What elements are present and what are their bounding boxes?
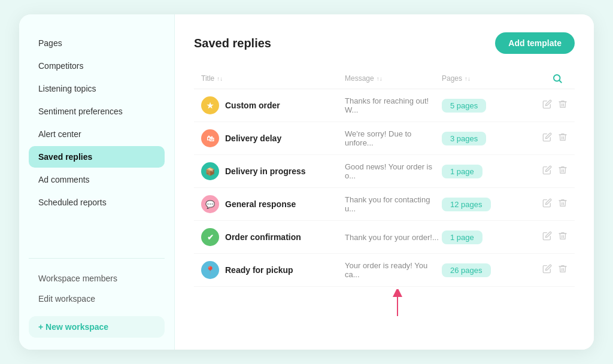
row-actions-general-response xyxy=(526,198,568,210)
sidebar-item-ad-comments[interactable]: Ad comments xyxy=(29,169,165,190)
row-icon-delivery-delay: 🛍 xyxy=(201,129,219,147)
sidebar: PagesCompetitorsListening topicsSentimen… xyxy=(19,14,175,350)
table-row: ✔ Order confirmation Thank you for your … xyxy=(194,221,575,254)
column-message-label: Message xyxy=(345,74,374,83)
new-workspace-button[interactable]: + New workspace xyxy=(29,316,165,338)
svg-line-1 xyxy=(559,80,561,82)
page-title: Saved replies xyxy=(194,37,271,50)
title-sort-icon[interactable]: ↑↓ xyxy=(217,75,223,82)
edit-icon-ready-for-pickup[interactable] xyxy=(542,264,552,276)
sidebar-item-scheduled-reports[interactable]: Scheduled reports xyxy=(29,192,165,213)
row-actions-order-confirmation xyxy=(526,231,568,243)
row-message-custom-order: Thanks for reaching out! W... xyxy=(345,96,442,114)
row-icon-order-confirmation: ✔ xyxy=(201,228,219,246)
row-message-delivery-in-progress: Good news! Your order is o... xyxy=(345,162,442,180)
row-title-custom-order: ★ Custom order xyxy=(201,96,345,114)
edit-icon-order-confirmation[interactable] xyxy=(542,231,552,243)
row-message-delivery-delay: We're sorry! Due to unfore... xyxy=(345,129,442,147)
row-actions-delivery-in-progress xyxy=(526,165,568,177)
column-pages-label: Pages xyxy=(442,74,462,83)
main-content: Saved replies Add template Title ↑↓ Mess… xyxy=(175,14,594,350)
column-message: Message ↑↓ xyxy=(345,73,442,84)
row-pages-custom-order: 5 pages xyxy=(442,99,526,113)
row-pages-general-response: 12 pages xyxy=(442,198,526,211)
row-actions-delivery-delay xyxy=(526,132,568,144)
row-title-ready-for-pickup: 📍 Ready for pickup xyxy=(201,261,345,279)
row-pages-ready-for-pickup: 26 pages xyxy=(442,263,526,277)
row-icon-general-response: 💬 xyxy=(201,195,219,213)
arrow-annotation xyxy=(194,289,575,319)
sidebar-item-competitors[interactable]: Competitors xyxy=(29,55,165,77)
row-title-text-custom-order: Custom order xyxy=(225,101,280,110)
pages-badge-custom-order: 5 pages xyxy=(442,99,486,113)
sidebar-item-listening-topics[interactable]: Listening topics xyxy=(29,78,165,99)
row-actions-ready-for-pickup xyxy=(526,264,568,276)
table-row: 💬 General response Thank you for contact… xyxy=(194,188,575,221)
row-title-general-response: 💬 General response xyxy=(201,195,345,213)
sidebar-divider xyxy=(29,258,165,259)
sidebar-item-saved-replies[interactable]: Saved replies xyxy=(29,146,165,168)
table-body: ★ Custom order Thanks for reaching out! … xyxy=(194,89,575,319)
pages-badge-ready-for-pickup: 26 pages xyxy=(442,263,491,277)
search-icon[interactable] xyxy=(552,73,563,84)
row-pages-order-confirmation: 1 page xyxy=(442,230,526,244)
edit-icon-delivery-in-progress[interactable] xyxy=(542,165,552,177)
table-row: 📍 Ready for pickup Your order is ready! … xyxy=(194,254,575,287)
edit-icon-delivery-delay[interactable] xyxy=(542,132,552,144)
search-icon-cell[interactable] xyxy=(526,73,568,84)
sidebar-footer: Workspace membersEdit workspace xyxy=(19,268,174,309)
edit-icon-general-response[interactable] xyxy=(542,198,552,210)
column-title: Title ↑↓ xyxy=(201,73,345,84)
message-sort-icon[interactable]: ↑↓ xyxy=(377,75,383,82)
delete-icon-custom-order[interactable] xyxy=(558,99,568,111)
sidebar-footer-workspace-members[interactable]: Workspace members xyxy=(29,268,165,289)
row-title-order-confirmation: ✔ Order confirmation xyxy=(201,228,345,246)
delete-icon-general-response[interactable] xyxy=(558,198,568,210)
sidebar-item-sentiment-preferences[interactable]: Sentiment preferences xyxy=(29,101,165,122)
delete-icon-order-confirmation[interactable] xyxy=(558,231,568,243)
row-icon-custom-order: ★ xyxy=(201,96,219,114)
main-header: Saved replies Add template xyxy=(194,32,575,54)
row-title-delivery-delay: 🛍 Delivery delay xyxy=(201,129,345,147)
table-row: 📦 Delivery in progress Good news! Your o… xyxy=(194,155,575,188)
sidebar-footer-edit-workspace[interactable]: Edit workspace xyxy=(29,289,165,309)
annotation-arrow xyxy=(386,289,409,319)
row-message-ready-for-pickup: Your order is ready! You ca... xyxy=(345,261,442,279)
sidebar-nav: PagesCompetitorsListening topicsSentimen… xyxy=(19,32,174,248)
pages-badge-general-response: 12 pages xyxy=(442,198,491,211)
table-row: 🛍 Delivery delay We're sorry! Due to unf… xyxy=(194,122,575,155)
row-message-order-confirmation: Thank you for your order!... xyxy=(345,233,442,242)
pages-badge-order-confirmation: 1 page xyxy=(442,230,482,244)
pages-badge-delivery-in-progress: 1 page xyxy=(442,165,482,178)
table-row: ★ Custom order Thanks for reaching out! … xyxy=(194,89,575,122)
row-icon-delivery-in-progress: 📦 xyxy=(201,162,219,180)
column-pages: Pages ↑↓ xyxy=(442,73,526,84)
row-message-general-response: Thank you for contacting u... xyxy=(345,195,442,213)
row-pages-delivery-delay: 3 pages xyxy=(442,132,526,145)
row-title-text-delivery-delay: Delivery delay xyxy=(225,134,281,143)
row-title-text-ready-for-pickup: Ready for pickup xyxy=(225,265,293,275)
pages-badge-delivery-delay: 3 pages xyxy=(442,132,486,145)
app-container: PagesCompetitorsListening topicsSentimen… xyxy=(19,14,594,350)
column-title-label: Title xyxy=(201,74,214,83)
row-title-text-order-confirmation: Order confirmation xyxy=(225,232,301,242)
table-header: Title ↑↓ Message ↑↓ Pages ↑↓ xyxy=(194,68,575,89)
row-actions-custom-order xyxy=(526,99,568,111)
row-title-delivery-in-progress: 📦 Delivery in progress xyxy=(201,162,345,180)
add-template-button[interactable]: Add template xyxy=(495,32,575,54)
delete-icon-delivery-in-progress[interactable] xyxy=(558,165,568,177)
row-pages-delivery-in-progress: 1 page xyxy=(442,165,526,178)
row-title-text-general-response: General response xyxy=(225,199,296,209)
delete-icon-delivery-delay[interactable] xyxy=(558,132,568,144)
sidebar-item-pages[interactable]: Pages xyxy=(29,32,165,54)
edit-icon-custom-order[interactable] xyxy=(542,99,552,111)
row-icon-ready-for-pickup: 📍 xyxy=(201,261,219,279)
delete-icon-ready-for-pickup[interactable] xyxy=(558,264,568,276)
sidebar-item-alert-center[interactable]: Alert center xyxy=(29,123,165,145)
row-title-text-delivery-in-progress: Delivery in progress xyxy=(225,166,306,176)
new-workspace-label: + New workspace xyxy=(38,322,108,332)
pages-sort-icon[interactable]: ↑↓ xyxy=(465,75,471,82)
